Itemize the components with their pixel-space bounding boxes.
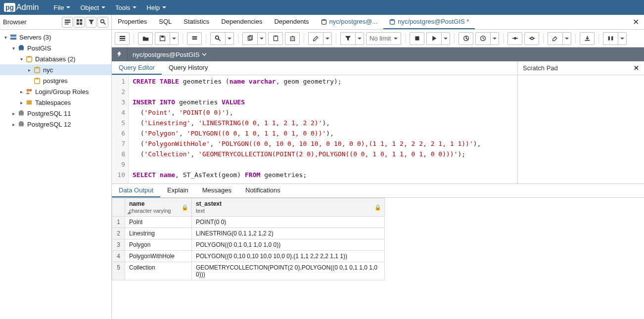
sql-editor[interactable]: CREATE TABLE geometries (name varchar, g… [129, 75, 517, 183]
find-icon-button[interactable] [187, 32, 202, 45]
close-scratch-button[interactable]: ✕ [634, 64, 639, 72]
execute-dropdown[interactable] [441, 32, 450, 45]
tab-properties[interactable]: Properties [112, 15, 153, 29]
row-number: 4 [112, 251, 125, 262]
copy-dropdown[interactable] [257, 32, 266, 45]
save-button[interactable] [155, 32, 170, 45]
chevron-down-icon [202, 52, 207, 57]
tab-messages[interactable]: Messages [195, 184, 238, 197]
tab-sql[interactable]: SQL [153, 15, 178, 29]
svg-point-13 [35, 78, 40, 80]
tree-search-icon[interactable] [97, 17, 108, 28]
menu-tools[interactable]: Tools [110, 4, 141, 11]
search-dropdown[interactable] [225, 32, 234, 45]
tab-dependents[interactable]: Dependents [268, 15, 315, 29]
tab-query-history[interactable]: Query History [162, 61, 215, 75]
filter-dropdown[interactable] [355, 32, 364, 45]
tree-servers[interactable]: ▾Servers (3) [0, 32, 111, 43]
commit-button[interactable] [507, 32, 522, 45]
rollback-button[interactable] [524, 32, 539, 45]
col-header-st_astext[interactable]: st_astext text 🔒 [192, 198, 385, 217]
connection-path[interactable]: nyc/postgres@PostGIS [128, 51, 212, 58]
elephant-icon [17, 120, 25, 128]
svg-rect-3 [76, 19, 79, 22]
table-row[interactable]: 3PolygonPOLYGON((0 0,1 0,1 1,0 1,0 0)) [112, 239, 385, 251]
table-row[interactable]: 4PolygonWithHolePOLYGON((0 0,10 0,10 10,… [112, 251, 385, 262]
tab-query-editor[interactable]: Query Editor [112, 61, 162, 75]
scratch-pad[interactable] [517, 75, 644, 183]
download-button[interactable] [580, 32, 595, 45]
toggle-panel-button[interactable] [115, 32, 130, 45]
explain-analyze-button[interactable] [475, 32, 490, 45]
cell-name[interactable]: Linestring [125, 228, 192, 239]
cell-name[interactable]: Point [125, 217, 192, 228]
cell-st_astext[interactable]: POLYGON((0 0,10 0,10 10,0 10,0 0),(1 1,1… [192, 251, 385, 262]
editor-tabs: Query Editor Query History Scratch Pad ✕ [112, 61, 644, 75]
grid-corner[interactable] [112, 198, 125, 217]
chevron-down-icon [444, 38, 448, 40]
connection-status-icon[interactable] [112, 47, 128, 61]
tree-pg11[interactable]: ▸PostgreSQL 11 [0, 108, 111, 119]
svg-point-11 [27, 56, 32, 58]
copy-button[interactable] [242, 32, 257, 45]
table-row[interactable]: 2LinestringLINESTRING(0 0,1 1,2 1,2 2) [112, 228, 385, 239]
tab-querytool-1[interactable]: nyc/postgres@... [315, 15, 384, 29]
edit-button[interactable] [308, 32, 323, 45]
filter-button[interactable] [340, 32, 355, 45]
tree-tablespaces[interactable]: ▸Tablespaces [0, 97, 111, 108]
tab-notifications[interactable]: Notifications [238, 184, 287, 197]
cell-st_astext[interactable]: LINESTRING(0 0,1 1,2 1,2 2) [192, 228, 385, 239]
search-button[interactable] [210, 32, 225, 45]
cell-st_astext[interactable]: POLYGON((0 0,1 0,1 1,0 1,0 0)) [192, 239, 385, 251]
menu-file[interactable]: File [48, 4, 75, 11]
tree-db-postgres[interactable]: postgres [0, 75, 111, 86]
delete-button[interactable] [285, 32, 300, 45]
stop-button[interactable] [410, 32, 424, 45]
explain-button[interactable] [459, 32, 473, 45]
tab-statistics[interactable]: Statistics [178, 15, 215, 29]
svg-rect-4 [80, 19, 82, 22]
elephant-icon [17, 109, 25, 117]
tree-postgis[interactable]: ▾PostGIS [0, 43, 111, 53]
tree-filter-icon[interactable] [86, 17, 96, 28]
execute-button[interactable] [426, 32, 441, 45]
macros-dropdown[interactable] [618, 32, 627, 45]
cell-st_astext[interactable]: POINT(0 0) [192, 217, 385, 228]
tree-databases[interactable]: ▾Databases (2) [0, 53, 111, 64]
row-number: 2 [112, 228, 125, 239]
logo: pgAdmin [4, 3, 39, 12]
close-tab-button[interactable]: ✕ [628, 15, 644, 29]
cell-st_astext[interactable]: GEOMETRYCOLLECTION(POINT(2 0),POLYGON((0… [192, 262, 385, 280]
cell-name[interactable]: Collection [125, 262, 192, 280]
tab-data-output[interactable]: Data Output [112, 184, 160, 197]
open-file-button[interactable] [138, 32, 153, 45]
macros-button[interactable] [603, 32, 618, 45]
save-dropdown[interactable] [170, 32, 179, 45]
cell-name[interactable]: PolygonWithHole [125, 251, 192, 262]
limit-select[interactable]: No limit [366, 32, 401, 45]
tree-roles[interactable]: ▸Login/Group Roles [0, 86, 111, 97]
explain-dropdown[interactable] [490, 32, 499, 45]
edit-dropdown[interactable] [323, 32, 332, 45]
tree-pg12[interactable]: ▸PostgreSQL 12 [0, 119, 111, 130]
col-header-name[interactable]: name character varying 🔒 [125, 198, 192, 217]
browser-sidebar: Browser ▾Servers (3) ▾PostGIS ▾Databases… [0, 15, 112, 319]
tree-db-nyc[interactable]: ▸nyc [0, 64, 111, 75]
table-row[interactable]: 1PointPOINT(0 0) [112, 217, 385, 228]
clear-dropdown[interactable] [562, 32, 571, 45]
paste-button[interactable] [268, 32, 283, 45]
menu-object[interactable]: Object [75, 4, 110, 11]
table-row[interactable]: 5CollectionGEOMETRYCOLLECTION(POINT(2 0)… [112, 262, 385, 280]
tree-settings-icon[interactable] [62, 17, 73, 28]
cell-name[interactable]: Polygon [125, 239, 192, 251]
tab-dependencies[interactable]: Dependencies [215, 15, 268, 29]
tab-explain[interactable]: Explain [160, 184, 195, 197]
svg-rect-24 [192, 39, 197, 40]
tab-querytool-2[interactable]: nyc/postgres@PostGIS * [383, 15, 475, 29]
svg-point-15 [29, 89, 32, 91]
chevron-down-icon [101, 6, 105, 8]
svg-rect-16 [27, 100, 32, 105]
clear-button[interactable] [548, 32, 562, 45]
tree-grid-icon[interactable] [74, 17, 85, 28]
menu-help[interactable]: Help [141, 4, 171, 11]
